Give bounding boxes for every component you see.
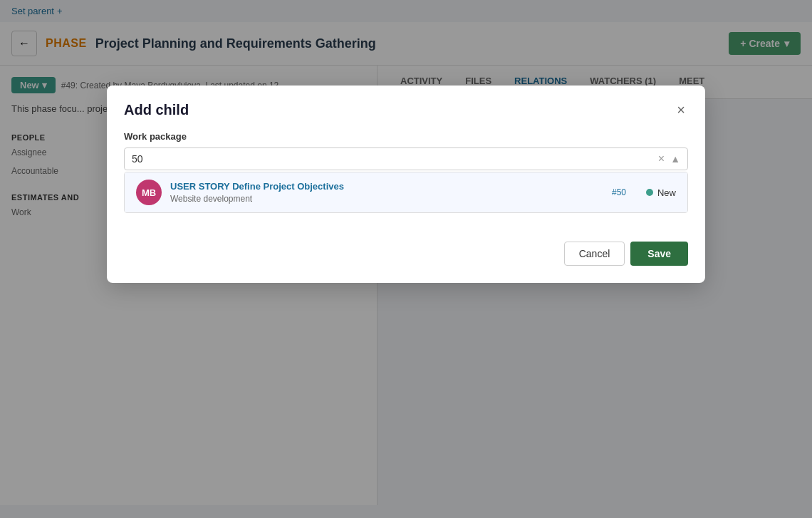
search-actions: × ▲ xyxy=(657,152,680,165)
close-icon: × xyxy=(677,102,685,118)
save-label: Save xyxy=(647,248,671,259)
item-subtitle: Website development xyxy=(170,194,252,204)
modal-body: Work package × ▲ MB xyxy=(107,131,705,230)
cancel-button[interactable]: Cancel xyxy=(564,242,625,266)
cancel-label: Cancel xyxy=(579,248,610,259)
modal-overlay: Add child × Work package × ▲ xyxy=(0,0,812,518)
search-dropdown-list: MB USER STORY Define Project Objectives … xyxy=(124,172,688,213)
modal-title: Add child xyxy=(124,102,189,118)
work-package-label: Work package xyxy=(124,131,688,142)
clear-search-button[interactable]: × xyxy=(657,152,666,165)
item-status-label: New xyxy=(657,187,676,198)
modal-footer: Cancel Save xyxy=(107,230,705,283)
modal-close-button[interactable]: × xyxy=(674,100,688,120)
save-button[interactable]: Save xyxy=(630,242,688,266)
modal-header: Add child × xyxy=(107,86,705,131)
avatar: MB xyxy=(136,180,162,205)
clear-icon: × xyxy=(658,152,665,165)
item-status: New xyxy=(646,187,676,198)
status-dot xyxy=(646,189,653,196)
dropdown-arrow-icon: ▲ xyxy=(670,153,680,165)
item-info: USER STORY Define Project Objectives Web… xyxy=(170,181,603,204)
work-package-search-input[interactable] xyxy=(132,153,657,165)
search-dropdown-button[interactable]: ▲ xyxy=(670,153,680,165)
item-title: USER STORY Define Project Objectives xyxy=(170,181,603,192)
item-id: #50 xyxy=(612,187,626,197)
add-child-modal: Add child × Work package × ▲ xyxy=(107,86,705,283)
work-package-search-wrapper: × ▲ xyxy=(124,147,688,170)
search-result-item[interactable]: MB USER STORY Define Project Objectives … xyxy=(125,172,687,212)
avatar-initials: MB xyxy=(142,187,156,198)
